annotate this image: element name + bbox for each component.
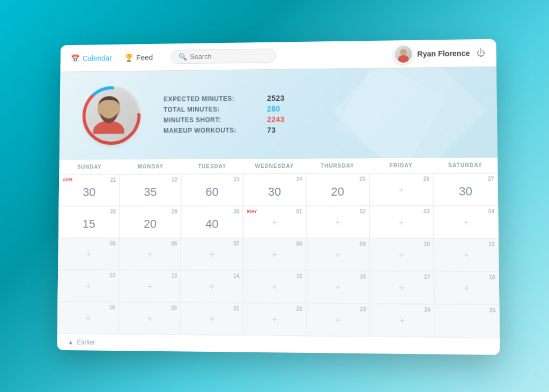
- calendar-cell[interactable]: 18+: [434, 271, 499, 305]
- calendar-cell[interactable]: 22+: [243, 303, 306, 336]
- calendar-cell[interactable]: 2360: [181, 174, 243, 206]
- calendar-cell[interactable]: 15+: [243, 270, 306, 303]
- cell-date: 05: [110, 241, 116, 247]
- calendar-cell[interactable]: 25: [434, 304, 500, 338]
- calendar-cell[interactable]: 14+: [181, 270, 243, 303]
- calendar-cell[interactable]: 17+: [370, 271, 434, 304]
- calendar-cell[interactable]: 06+: [119, 238, 181, 270]
- nav-feed-label: Feed: [136, 53, 153, 62]
- cell-value: 60: [186, 185, 239, 199]
- cell-date: 28: [110, 209, 116, 215]
- cell-add-button[interactable]: +: [62, 313, 114, 324]
- calendar-cell[interactable]: 03+: [369, 206, 434, 239]
- calendar-cell[interactable]: 26+: [369, 173, 434, 206]
- calendar-cell[interactable]: 04+: [433, 206, 498, 239]
- nav-feed[interactable]: 🏆 Feed: [124, 53, 153, 62]
- day-header: FRIDAY: [369, 158, 433, 174]
- cell-add-button[interactable]: +: [374, 184, 428, 196]
- calendar-cell[interactable]: 19+: [57, 301, 119, 334]
- day-header: SATURDAY: [433, 158, 498, 173]
- search-icon: 🔍: [179, 53, 187, 61]
- svg-point-2: [399, 49, 406, 56]
- calendar-grid: SUNDAYMONDAYTUESDAYWEDNESDAYTHURSDAYFRID…: [57, 158, 500, 338]
- calendar-cell[interactable]: 23+: [306, 303, 370, 336]
- cell-add-button[interactable]: +: [374, 250, 429, 262]
- day-header: SUNDAY: [59, 160, 120, 175]
- cell-value: 35: [124, 186, 176, 199]
- cell-date: 18: [489, 274, 495, 280]
- cell-add-button[interactable]: +: [124, 281, 176, 293]
- cell-add-button[interactable]: +: [123, 313, 176, 325]
- makeup-workouts-label: MAKEUP WORKOUTS:: [164, 127, 258, 135]
- calendar-cell[interactable]: 20+: [118, 302, 181, 335]
- expected-minutes-value: 2523: [267, 94, 285, 102]
- cell-add-button[interactable]: +: [311, 249, 365, 261]
- cell-value: 30: [438, 184, 493, 199]
- stat-row-total: TOTAL MINUTES: 280: [164, 105, 285, 114]
- cell-add-button[interactable]: +: [248, 314, 301, 326]
- search-container: 🔍: [170, 48, 276, 64]
- minutes-short-value: 2243: [267, 115, 285, 124]
- calendar-cell[interactable]: 02+: [306, 206, 370, 239]
- cell-add-button[interactable]: +: [186, 249, 238, 261]
- trophy-icon: 🏆: [124, 53, 133, 62]
- stat-row-expected: EXPECTED MINUTES: 2523: [164, 94, 285, 103]
- nav-calendar[interactable]: 📅 Calendar: [71, 54, 112, 63]
- cell-add-button[interactable]: +: [311, 282, 365, 294]
- stats-table: EXPECTED MINUTES: 2523 TOTAL MINUTES: 28…: [164, 94, 285, 135]
- cell-date: 06: [172, 241, 177, 247]
- calendar-cell[interactable]: 24+: [370, 304, 435, 337]
- cell-value: 30: [248, 185, 301, 199]
- minutes-short-label: MINUTES SHORT:: [164, 116, 258, 124]
- calendar-cell[interactable]: MAY01+: [243, 206, 306, 238]
- cell-date: 13: [171, 273, 177, 279]
- cell-add-button[interactable]: +: [62, 281, 114, 292]
- day-header: MONDAY: [120, 159, 182, 174]
- cell-add-button[interactable]: +: [63, 249, 115, 260]
- power-button[interactable]: ⏻: [477, 48, 486, 57]
- cell-date: 12: [109, 272, 115, 278]
- cell-date: 19: [109, 305, 115, 310]
- cell-add-button[interactable]: +: [439, 250, 494, 262]
- calendar-cell[interactable]: 2815: [58, 206, 120, 238]
- cell-add-button[interactable]: +: [311, 315, 365, 327]
- cell-add-button[interactable]: +: [439, 283, 494, 294]
- cell-add-button[interactable]: +: [248, 217, 301, 228]
- cell-date: 14: [233, 273, 239, 279]
- calendar-cell[interactable]: APR2130: [59, 174, 120, 206]
- cell-add-button[interactable]: +: [186, 282, 239, 293]
- cell-value: 20: [311, 185, 365, 199]
- calendar-cell[interactable]: 16+: [306, 271, 370, 304]
- cell-date: 29: [172, 209, 177, 215]
- calendar-cell[interactable]: 3040: [181, 206, 243, 238]
- calendar-cell[interactable]: 2920: [120, 206, 181, 238]
- cell-add-button[interactable]: +: [186, 314, 239, 326]
- user-info[interactable]: Ryan Florence: [394, 43, 470, 64]
- calendar-cell[interactable]: 21+: [181, 302, 243, 335]
- cell-add-button[interactable]: +: [439, 217, 494, 228]
- cell-add-button[interactable]: +: [375, 283, 429, 294]
- calendar-cell[interactable]: 05+: [58, 238, 119, 270]
- calendar-cell[interactable]: 2430: [243, 174, 306, 206]
- calendar-cell[interactable]: 2235: [120, 174, 181, 206]
- calendar-cell[interactable]: 2520: [306, 173, 369, 206]
- cell-add-button[interactable]: +: [311, 217, 365, 228]
- calendar-cell[interactable]: 13+: [119, 270, 181, 302]
- calendar-cell[interactable]: 09+: [306, 238, 370, 271]
- search-input[interactable]: [190, 51, 268, 61]
- cell-add-button[interactable]: +: [375, 315, 429, 327]
- cell-add-button[interactable]: +: [124, 249, 176, 261]
- user-name: Ryan Florence: [417, 49, 470, 58]
- cell-add-button[interactable]: +: [248, 282, 301, 293]
- stats-section: EXPECTED MINUTES: 2523 TOTAL MINUTES: 28…: [60, 67, 498, 160]
- avatar: [394, 44, 413, 63]
- cell-add-button[interactable]: +: [374, 217, 428, 228]
- calendar-cell[interactable]: 11+: [434, 239, 499, 272]
- cell-add-button[interactable]: +: [248, 249, 301, 261]
- calendar-cell[interactable]: 2730: [433, 173, 498, 206]
- cell-date: 01: [296, 209, 302, 215]
- calendar-cell[interactable]: 07+: [181, 238, 243, 270]
- calendar-cell[interactable]: 12+: [57, 270, 119, 302]
- calendar-cell[interactable]: 08+: [243, 238, 306, 271]
- calendar-cell[interactable]: 10+: [369, 238, 434, 271]
